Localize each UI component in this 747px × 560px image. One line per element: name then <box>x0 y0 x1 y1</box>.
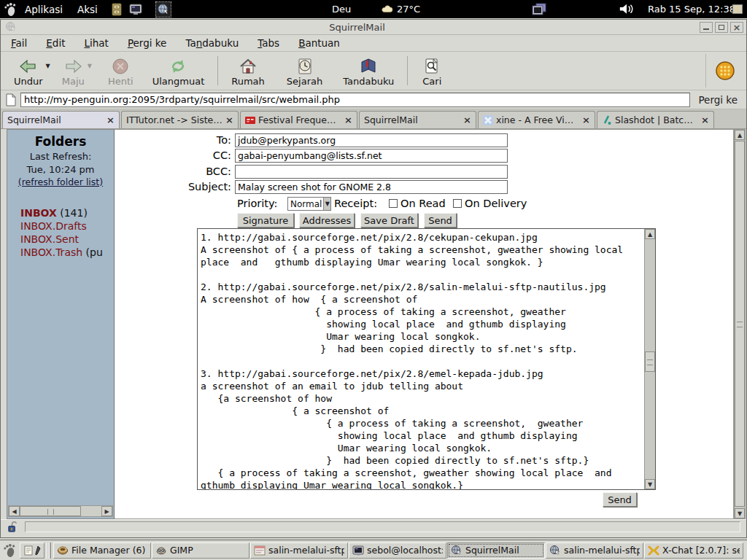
scrollbar-thumb[interactable] <box>645 351 655 372</box>
weather-applet[interactable]: 27°C <box>381 0 420 18</box>
web-browser-launcher-icon[interactable] <box>156 2 171 17</box>
tasklist-handle[interactable] <box>47 542 51 559</box>
security-lock-icon[interactable] <box>7 521 19 533</box>
menu-aplikasi[interactable]: Aplikasi <box>25 4 63 15</box>
taskbar-item-salin-browser[interactable]: salin-melalui-sftp-n <box>546 542 643 559</box>
go-button[interactable]: Pergi ke <box>694 94 742 106</box>
menu-pergi-ke[interactable]: Pergi ke <box>128 37 167 49</box>
taskbar-item-squirrelmail[interactable]: SquirrelMail <box>447 542 545 559</box>
message-body-textarea[interactable]: 1. http://gabai.sourceforge.net/pix/2.8/… <box>198 229 644 489</box>
back-dropdown-icon[interactable]: ▼ <box>46 63 50 69</box>
addresses-button[interactable]: Addresses <box>299 213 355 228</box>
folder-link[interactable]: INBOX.Trash <box>20 246 82 258</box>
menu-aksi[interactable]: Aksi <box>77 4 98 15</box>
scrollbar-thumb[interactable] <box>735 141 745 507</box>
on-read-checkbox[interactable] <box>389 199 398 208</box>
volume-icon[interactable] <box>619 0 635 18</box>
forward-button[interactable]: Maju <box>56 53 90 88</box>
keyboard-layout-indicator[interactable]: Deu <box>332 0 351 18</box>
gnome-foot-icon[interactable] <box>2 543 17 558</box>
taskbar-item-terminal[interactable]: sebol@localhost:~/ <box>349 542 446 559</box>
on-delivery-checkbox[interactable] <box>453 199 462 208</box>
send-button-bottom[interactable]: Send <box>603 492 637 507</box>
url-input[interactable] <box>20 93 690 107</box>
forward-dropdown-icon[interactable]: ▼ <box>88 63 92 69</box>
menu-bantuan[interactable]: Bantuan <box>298 37 340 49</box>
save-draft-button[interactable]: Save Draft <box>360 213 418 228</box>
priority-select[interactable]: Normal ▼ <box>287 197 331 211</box>
tab-squirrelmail-2[interactable]: SquirrelMail × <box>359 111 476 128</box>
taskbar: File Manager (6) GIMP salin-melalui-sftp… <box>0 540 747 560</box>
tab-ittutor[interactable]: ITTutor.net -> Sistem ... × <box>121 111 239 128</box>
folder-link[interactable]: INBOX <box>20 207 57 219</box>
close-button[interactable]: × <box>730 22 743 33</box>
folder-drafts[interactable]: INBOX.Drafts <box>20 219 114 233</box>
scroll-down-icon[interactable]: ▼ <box>645 479 655 489</box>
clock-applet[interactable]: Rab 15 Sep, 12:38 <box>648 0 735 18</box>
scroll-right-icon[interactable]: ▶ <box>101 506 112 516</box>
folder-inbox[interactable]: INBOX (141) <box>20 206 114 219</box>
taskbar-item-xchat[interactable]: X-Chat [2.0.7]: sebol <box>644 542 743 559</box>
tab-close-icon[interactable]: × <box>582 115 590 125</box>
back-button[interactable]: Undur <box>8 53 49 88</box>
tab-xine[interactable]: xine - A Free Video ... × <box>478 111 595 128</box>
scrollbar-thumb[interactable] <box>20 506 81 516</box>
taskbar-item-gimp[interactable]: GIMP <box>152 542 249 559</box>
gnome-foot-icon[interactable] <box>3 2 18 17</box>
textarea-scrollbar[interactable]: ▲ ▼ <box>644 229 655 489</box>
page-vertical-scrollbar[interactable]: ▲ ▼ <box>734 129 746 519</box>
task-label: SquirrelMail <box>465 545 541 556</box>
tab-close-icon[interactable]: × <box>225 115 233 125</box>
subject-input[interactable] <box>235 180 508 194</box>
sidebar-horizontal-scrollbar[interactable]: ◀ ▶ <box>8 505 113 517</box>
maximize-button[interactable] <box>715 22 728 33</box>
bookmarks-button[interactable]: Tandabuku <box>337 53 400 88</box>
titlebar[interactable]: SquirrelMail × <box>1 20 746 35</box>
tab-close-icon[interactable]: × <box>344 115 352 125</box>
task-label: GIMP <box>170 545 246 556</box>
folder-trash[interactable]: INBOX.Trash (pu <box>20 246 114 259</box>
browser-icon <box>451 545 462 556</box>
reload-button[interactable]: Ulangmuat <box>147 53 211 88</box>
history-button[interactable]: Sejarah <box>281 53 328 88</box>
menu-tabs[interactable]: Tabs <box>258 37 279 49</box>
scroll-up-icon[interactable]: ▲ <box>735 130 745 140</box>
folder-sent[interactable]: INBOX.Sent <box>20 233 114 246</box>
cc-input[interactable] <box>235 149 508 163</box>
bcc-input[interactable] <box>235 165 508 179</box>
tab-label: SquirrelMail <box>364 114 460 125</box>
menu-tandabuku[interactable]: Tandabuku <box>185 37 239 49</box>
find-button[interactable]: Cari <box>415 53 449 88</box>
workspace-switcher-icon[interactable] <box>531 0 547 18</box>
home-button[interactable]: Rumah <box>225 53 271 88</box>
folder-link[interactable]: INBOX.Sent <box>20 233 79 245</box>
show-desktop-button[interactable] <box>20 542 44 559</box>
scroll-up-icon[interactable]: ▲ <box>645 229 655 239</box>
tab-festival[interactable]: Festival Frequently... × <box>240 111 357 128</box>
terminal-icon[interactable] <box>128 2 143 17</box>
tab-close-icon[interactable]: × <box>463 115 471 125</box>
tab-close-icon[interactable]: × <box>107 115 115 125</box>
menu-fail[interactable]: Fail <box>11 37 27 49</box>
minimize-button[interactable] <box>700 22 713 33</box>
menu-edit[interactable]: Edit <box>46 37 65 49</box>
tray-icon[interactable] <box>732 0 743 18</box>
tab-slashdot[interactable]: Slashdot | Batch-o... × <box>597 111 714 128</box>
file-cabinet-icon[interactable] <box>109 2 124 17</box>
tab-squirrelmail-active[interactable]: SquirrelMail × <box>2 111 120 128</box>
refresh-folder-list-link[interactable]: (refresh folder list) <box>7 176 114 187</box>
signature-button[interactable]: Signature <box>237 213 294 228</box>
scroll-down-icon[interactable]: ▼ <box>735 508 745 518</box>
page-icon <box>5 93 17 106</box>
taskbar-item-file-manager[interactable]: File Manager (6) <box>53 542 151 559</box>
stop-button[interactable]: Henti <box>102 53 139 88</box>
tab-close-icon[interactable]: × <box>701 115 709 125</box>
scroll-left-icon[interactable]: ◀ <box>9 506 20 516</box>
taskbar-item-salin-dialog[interactable]: salin-melalui-sftp-n <box>250 542 348 559</box>
to-input[interactable] <box>235 133 508 147</box>
forward-label: Maju <box>62 76 85 87</box>
reload-label: Ulangmuat <box>152 76 205 87</box>
folder-link[interactable]: INBOX.Drafts <box>20 220 87 232</box>
send-button-top[interactable]: Send <box>424 213 457 228</box>
menu-lihat[interactable]: Lihat <box>84 37 108 49</box>
